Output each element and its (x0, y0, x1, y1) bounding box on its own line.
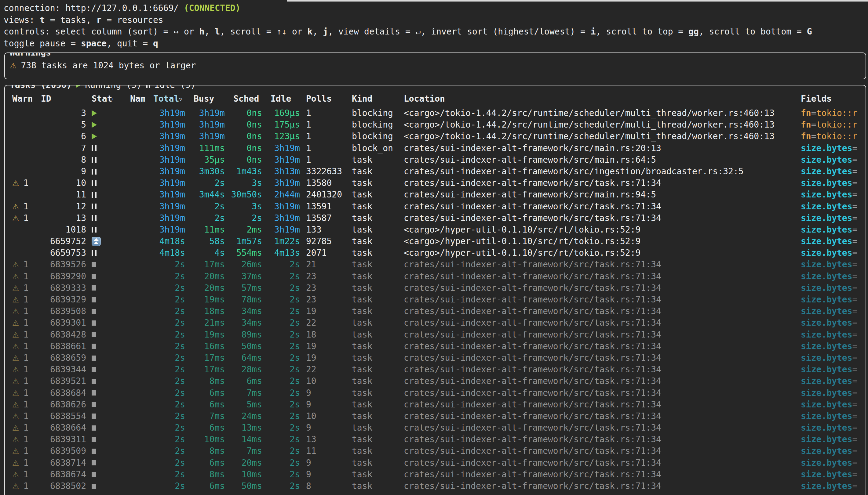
cell-sched: 5ms (225, 399, 262, 410)
cell-sched: 20ms (225, 457, 262, 469)
task-row[interactable]: ⚠168385542s7ms24ms2s10taskcrates/sui-ind… (5, 410, 866, 422)
cell-warn (11, 189, 37, 201)
cell-kind: task (352, 410, 404, 422)
cell-busy: 11ms (185, 224, 225, 236)
cell-busy: 8ms (185, 375, 225, 387)
field-segment: size.bytes (801, 341, 852, 351)
task-row[interactable]: ⚠168395092s8ms7ms2s11taskcrates/sui-inde… (5, 445, 866, 457)
task-row[interactable]: 113h19m3m44s30m50s2h44m2401320taskcrates… (5, 189, 866, 201)
cell-total: 3h19m (145, 212, 185, 224)
cell-kind: task (352, 247, 404, 259)
cell-name (113, 434, 145, 445)
task-row[interactable]: ⚠168384282s19ms89ms2s18taskcrates/sui-in… (5, 329, 866, 341)
column-header-fields[interactable]: Fields (801, 93, 866, 107)
column-header-warn[interactable]: Warn (11, 93, 37, 107)
cell-idle: 2s (262, 271, 300, 282)
column-header-name[interactable]: Name (113, 93, 145, 107)
column-header-state[interactable]: State (86, 93, 113, 107)
cell-state (86, 259, 113, 270)
cell-busy: 6ms (185, 387, 225, 399)
cell-polls: 3322633 (300, 166, 352, 177)
cell-sched: 2ms (225, 224, 262, 236)
task-row[interactable]: ⚠168392902s20ms37ms2s23taskcrates/sui-in… (5, 271, 866, 282)
cell-id: 9 (37, 166, 86, 177)
cell-total: 2s (145, 317, 185, 329)
task-row[interactable]: ⚠168385022s6ms50ms2s8taskcrates/sui-inde… (5, 480, 866, 492)
cell-polls: 1 (300, 142, 352, 154)
column-header-location[interactable]: Location (404, 93, 801, 107)
sorted-column-label: Total (153, 94, 179, 104)
cell-location: crates/sui-indexer-alt-framework/src/mai… (404, 154, 801, 166)
cell-fields: fn=tokio::r (801, 119, 866, 131)
task-row[interactable]: 10183h19m11ms2ms3h19m133task<cargo>/hype… (5, 224, 866, 236)
column-header-idle[interactable]: Idle (262, 93, 300, 107)
field-segment: = (852, 294, 857, 305)
cell-total: 2s (145, 457, 185, 469)
task-row[interactable]: ⚠1103h19m2s3s3h19m13580taskcrates/sui-in… (5, 177, 866, 189)
cell-fields: size.bytes= (801, 445, 866, 457)
column-header-kind[interactable]: Kind (352, 93, 404, 107)
task-row[interactable]: ⚠168386642s6ms13ms2s9taskcrates/sui-inde… (5, 422, 866, 434)
task-row[interactable]: 83h19m35µs0ns3h19m1taskcrates/sui-indexe… (5, 154, 866, 166)
task-row[interactable]: ⚠168393332s20ms57ms2s23taskcrates/sui-in… (5, 282, 866, 294)
cell-idle: 2s (262, 445, 300, 457)
task-row[interactable]: 73h19m111ms0ns3h19m1block_oncrates/sui-i… (5, 142, 866, 154)
cell-idle: 2s (262, 259, 300, 270)
task-row[interactable]: ⚠168393292s19ms78ms2s23taskcrates/sui-in… (5, 294, 866, 306)
warning-icon: ⚠ (12, 354, 23, 362)
task-row[interactable]: ⚠168393012s21ms34ms2s22taskcrates/sui-in… (5, 317, 866, 329)
task-row[interactable]: ⚠168387142s6ms20ms2s9taskcrates/sui-inde… (5, 457, 866, 469)
column-header-total[interactable]: Total▿ (145, 93, 185, 107)
cell-warn: ⚠1 (11, 422, 37, 434)
column-header-polls[interactable]: Polls (300, 93, 352, 107)
field-segment: = (852, 248, 857, 258)
field-segment: = (852, 364, 857, 374)
cell-fields: size.bytes= (801, 224, 866, 236)
task-row[interactable]: ⚠168393112s10ms14ms2s13taskcrates/sui-in… (5, 434, 866, 445)
cell-idle: 2s (262, 375, 300, 387)
cell-name (113, 341, 145, 352)
task-row[interactable]: 66597524m18s58s1m57s1m22s92785task<cargo… (5, 236, 866, 247)
cell-total: 3h19m (145, 119, 185, 131)
warning-icon: ⚠ (12, 295, 23, 304)
task-row[interactable]: 66597534m18s4s554ms4m13s2071task<cargo>/… (5, 247, 866, 259)
task-row[interactable]: 53h19m3h19m0ns175µs1blocking<cargo>/toki… (5, 119, 866, 131)
field-segment: tokio::r (816, 131, 857, 141)
field-segment: size.bytes (801, 376, 852, 386)
cell-polls: 1 (300, 119, 352, 131)
cell-idle: 2h44m (262, 189, 300, 201)
cell-sched: 34ms (225, 317, 262, 329)
column-header-sched[interactable]: Sched (225, 93, 262, 107)
task-row[interactable]: ⚠1123h19m2s3s3h19m13591taskcrates/sui-in… (5, 201, 866, 212)
column-header-busy[interactable]: Busy (185, 93, 225, 107)
cell-total: 2s (145, 387, 185, 399)
task-row[interactable]: ⚠168386612s16ms50ms2s19taskcrates/sui-in… (5, 341, 866, 352)
task-row[interactable]: ⚠1133h19m2s2s3h19m13587taskcrates/sui-in… (5, 212, 866, 224)
task-row[interactable]: 93h19m3m30s1m43s3h13m3322633taskcrates/s… (5, 166, 866, 177)
task-row[interactable]: ⚠168386592s17ms64ms2s19taskcrates/sui-in… (5, 352, 866, 364)
cell-state (86, 469, 113, 480)
task-row[interactable]: ⚠168395262s17ms26ms2s21taskcrates/sui-in… (5, 259, 866, 270)
cell-state (86, 434, 113, 445)
cell-id: 6839508 (37, 306, 86, 317)
task-row[interactable]: ⚠168386742s8ms10ms2s9taskcrates/sui-inde… (5, 469, 866, 480)
cell-id: 1018 (37, 224, 86, 236)
task-row[interactable]: 63h19m3h19m0ns123µs1blocking<cargo>/toki… (5, 131, 866, 142)
cell-kind: task (352, 212, 404, 224)
cell-id: 5 (37, 119, 86, 131)
warn-count: 1 (23, 399, 29, 410)
task-row[interactable]: ⚠168386842s6ms7ms2s9taskcrates/sui-index… (5, 387, 866, 399)
warning-icon: ⚠ (12, 365, 23, 374)
task-row[interactable]: ⚠168395082s18ms34ms2s19taskcrates/sui-in… (5, 306, 866, 317)
task-row[interactable]: ⚠168393442s17ms28ms2s22taskcrates/sui-in… (5, 364, 866, 375)
task-row[interactable]: ⚠168386262s6ms5ms2s9taskcrates/sui-index… (5, 399, 866, 410)
task-row[interactable]: 33h19m3h19m0ns169µs1blocking<cargo>/toki… (5, 107, 866, 119)
cell-location: crates/sui-indexer-alt-framework/src/tas… (404, 422, 801, 434)
cell-busy: 35µs (185, 154, 225, 166)
cell-warn (11, 131, 37, 142)
running-state-icon (91, 122, 97, 128)
warn-count: 1 (23, 376, 29, 386)
cell-warn: ⚠1 (11, 410, 37, 422)
column-header-id[interactable]: ID (37, 93, 86, 107)
task-row[interactable]: ⚠168395212s8ms6ms2s10taskcrates/sui-inde… (5, 375, 866, 387)
